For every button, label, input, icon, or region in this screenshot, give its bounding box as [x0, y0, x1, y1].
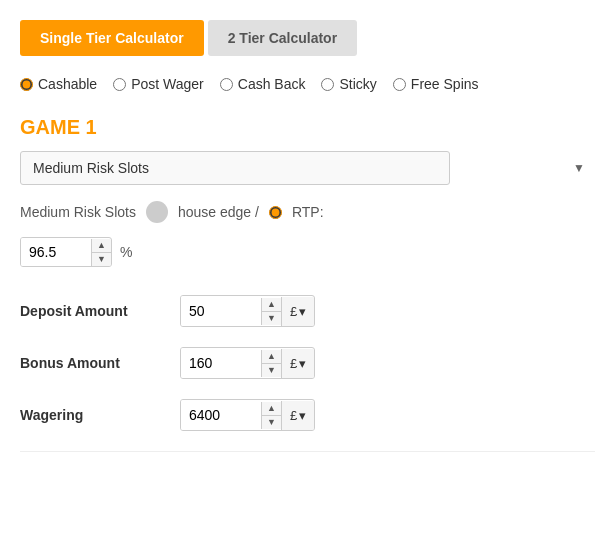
radio-sticky-label: Sticky [339, 76, 376, 92]
bonus-increment-button[interactable]: ▲ [262, 350, 281, 364]
deposit-currency-button[interactable]: £ ▾ [281, 297, 314, 326]
calculator-tabs: Single Tier Calculator 2 Tier Calculator [20, 20, 595, 56]
wagering-currency-button[interactable]: £ ▾ [281, 401, 314, 430]
bonus-spinner-buttons: ▲ ▼ [261, 350, 281, 377]
edge-text: house edge / [178, 204, 259, 220]
radio-sticky[interactable]: Sticky [321, 76, 376, 92]
wagering-increment-button[interactable]: ▲ [262, 402, 281, 416]
deposit-spinner-buttons: ▲ ▼ [261, 298, 281, 325]
deposit-decrement-button[interactable]: ▼ [262, 312, 281, 325]
bonus-currency-arrow-icon: ▾ [299, 356, 306, 371]
rtp-percent-label: % [120, 244, 132, 260]
rtp-spinner-buttons: ▲ ▼ [91, 239, 111, 266]
bonus-type-row: Cashable Post Wager Cash Back Sticky Fre… [20, 76, 595, 92]
wagering-spinner-buttons: ▲ ▼ [261, 402, 281, 429]
wagering-currency-arrow-icon: ▾ [299, 408, 306, 423]
radio-cashable[interactable]: Cashable [20, 76, 97, 92]
bonus-currency-symbol: £ [290, 356, 297, 371]
single-tier-tab[interactable]: Single Tier Calculator [20, 20, 204, 56]
deposit-row: Deposit Amount ▲ ▼ £ ▾ [20, 295, 595, 327]
wagering-input[interactable] [181, 400, 261, 430]
radio-post-wager[interactable]: Post Wager [113, 76, 204, 92]
bonus-currency-button[interactable]: £ ▾ [281, 349, 314, 378]
radio-free-spins-label: Free Spins [411, 76, 479, 92]
radio-cash-back-label: Cash Back [238, 76, 306, 92]
deposit-input[interactable] [181, 296, 261, 326]
wagering-label: Wagering [20, 407, 180, 423]
game-title: GAME 1 [20, 116, 595, 139]
rtp-spinner-wrap: ▲ ▼ % [20, 237, 595, 267]
deposit-currency-symbol: £ [290, 304, 297, 319]
deposit-input-group: ▲ ▼ £ ▾ [180, 295, 315, 327]
rtp-radio-label[interactable] [269, 206, 282, 219]
wagering-row: Wagering ▲ ▼ £ ▾ [20, 399, 595, 431]
game-select[interactable]: Medium Risk Slots Low Risk Slots High Ri… [20, 151, 450, 185]
rtp-radio[interactable] [269, 206, 282, 219]
bonus-decrement-button[interactable]: ▼ [262, 364, 281, 377]
bonus-input-group: ▲ ▼ £ ▾ [180, 347, 315, 379]
bonus-label: Bonus Amount [20, 355, 180, 371]
deposit-increment-button[interactable]: ▲ [262, 298, 281, 312]
rtp-label: RTP: [292, 204, 324, 220]
edge-toggle[interactable] [146, 201, 168, 223]
radio-cash-back[interactable]: Cash Back [220, 76, 306, 92]
fields-section: Deposit Amount ▲ ▼ £ ▾ Bonus Amount ▲ ▼ … [20, 295, 595, 431]
deposit-label: Deposit Amount [20, 303, 180, 319]
bottom-divider [20, 451, 595, 452]
radio-post-wager-label: Post Wager [131, 76, 204, 92]
radio-cashable-label: Cashable [38, 76, 97, 92]
deposit-currency-arrow-icon: ▾ [299, 304, 306, 319]
two-tier-tab[interactable]: 2 Tier Calculator [208, 20, 357, 56]
rtp-increment-button[interactable]: ▲ [92, 239, 111, 253]
rtp-input-group: ▲ ▼ [20, 237, 112, 267]
wagering-input-group: ▲ ▼ £ ▾ [180, 399, 315, 431]
radio-free-spins[interactable]: Free Spins [393, 76, 479, 92]
edge-rtp-row: Medium Risk Slots house edge / RTP: [20, 201, 595, 223]
game-select-wrapper: Medium Risk Slots Low Risk Slots High Ri… [20, 151, 595, 185]
wagering-currency-symbol: £ [290, 408, 297, 423]
game-type-label: Medium Risk Slots [20, 204, 136, 220]
wagering-decrement-button[interactable]: ▼ [262, 416, 281, 429]
rtp-input[interactable] [21, 238, 91, 266]
bonus-input[interactable] [181, 348, 261, 378]
rtp-decrement-button[interactable]: ▼ [92, 253, 111, 266]
bonus-row: Bonus Amount ▲ ▼ £ ▾ [20, 347, 595, 379]
select-dropdown-icon: ▼ [573, 161, 585, 175]
